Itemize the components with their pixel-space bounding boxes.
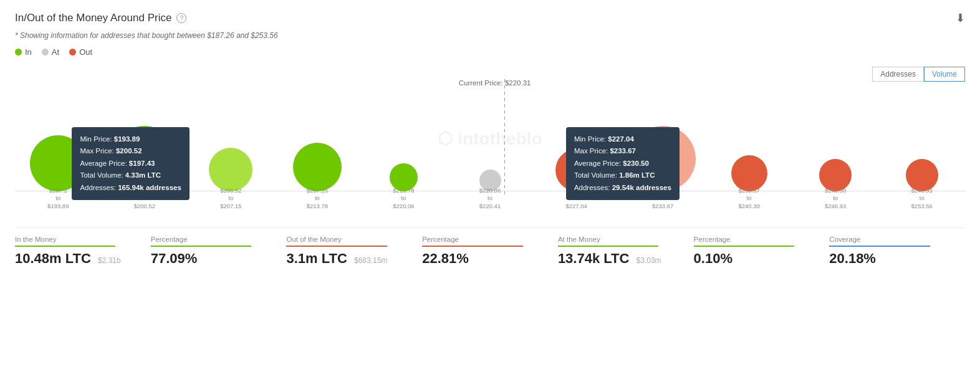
axis-9: $240.30to$246.93 xyxy=(792,187,879,210)
stat-at-pct-divider xyxy=(694,246,794,247)
stat-in-value: 10.48m LTC $2.31b xyxy=(15,251,141,267)
axis-0: $187.2to$193.89 xyxy=(15,187,102,210)
stat-in-sub: $2.31b xyxy=(98,256,121,265)
stat-out-pct-value: 22.81% xyxy=(422,251,548,267)
axis-labels: $187.2to$193.89 $193.89to$200.52 $200.52… xyxy=(15,187,965,210)
axis-8: $233.67to$240.30 xyxy=(706,187,792,210)
stat-at-pct-value: 0.10% xyxy=(694,251,820,267)
header: In/Out of the Money Around Price ? ⬇ xyxy=(15,11,965,25)
chart-area: Addresses Volume Current Price: $220.31 … xyxy=(15,67,965,210)
stat-at-divider xyxy=(558,246,658,247)
bubble-col-3 xyxy=(274,79,361,191)
stat-at-sub: $3.03m xyxy=(637,256,661,265)
stat-out-pct: Percentage 22.81% xyxy=(422,236,558,267)
bubble-7 xyxy=(630,126,696,191)
legend-in: In xyxy=(15,47,32,57)
title-text: In/Out of the Money Around Price xyxy=(15,12,171,24)
stat-in-label: In the Money xyxy=(15,236,141,243)
bubble-col-8 xyxy=(706,79,792,191)
bubble-0 xyxy=(30,135,86,191)
stat-in-divider xyxy=(15,246,115,247)
bubble-col-10 xyxy=(878,79,965,191)
page-container: In/Out of the Money Around Price ? ⬇ * S… xyxy=(0,0,980,278)
bubble-6 xyxy=(555,149,598,191)
legend: In At Out xyxy=(15,47,965,57)
stat-out-pct-divider xyxy=(422,246,522,247)
stat-out-sub: $683.15m xyxy=(354,256,387,265)
stat-out-the-money: Out of the Money 3.1m LTC $683.15m xyxy=(286,236,422,267)
axis-1: $193.89to$200.52 xyxy=(102,187,188,210)
stat-in-pct-divider xyxy=(151,246,251,247)
stat-in-the-money: In the Money 10.48m LTC $2.31b xyxy=(15,236,151,267)
bubble-col-2 xyxy=(188,79,274,191)
stat-in-pct: Percentage 77.09% xyxy=(151,236,287,267)
in-dot xyxy=(15,49,22,55)
bubble-1 xyxy=(112,126,177,191)
out-dot xyxy=(69,49,76,55)
stat-coverage-value: 20.18% xyxy=(829,251,955,267)
stat-at-pct: Percentage 0.10% xyxy=(694,236,830,267)
stat-coverage: Coverage 20.18% xyxy=(829,236,965,267)
bubble-col-9 xyxy=(792,79,879,191)
axis-4: $213.78to$220.06 xyxy=(360,187,447,210)
bubble-col-6 xyxy=(533,79,620,191)
bubble-3 xyxy=(293,143,342,191)
legend-in-label: In xyxy=(25,47,32,57)
download-icon[interactable]: ⬇ xyxy=(956,11,965,25)
bubble-col-0 xyxy=(15,79,102,191)
help-icon[interactable]: ? xyxy=(176,13,186,23)
at-dot xyxy=(42,49,49,55)
axis-3: $207.15to$213.78 xyxy=(274,187,361,210)
legend-out: Out xyxy=(69,47,92,57)
stat-coverage-label: Coverage xyxy=(829,236,955,243)
bubble-2 xyxy=(209,148,252,191)
stat-out-divider xyxy=(286,246,387,247)
axis-6: $220.4to$227.04 xyxy=(533,187,620,210)
bubble-col-1 xyxy=(102,79,188,191)
bubble-col-7 xyxy=(620,79,706,191)
stat-out-value: 3.1m LTC $683.15m xyxy=(286,251,412,267)
axis-2: $200.52to$207.15 xyxy=(188,187,274,210)
subtitle: * Showing information for addresses that… xyxy=(15,31,965,40)
axis-5: $220.06to$220.41 xyxy=(447,187,534,210)
stat-out-label: Out of the Money xyxy=(286,236,412,243)
bubbles-container xyxy=(15,79,965,191)
stat-in-pct-value: 77.09% xyxy=(151,251,277,267)
page-title: In/Out of the Money Around Price ? xyxy=(15,12,186,24)
stat-at-the-money: At the Money 13.74k LTC $3.03m xyxy=(558,236,694,267)
stat-at-value: 13.74k LTC $3.03m xyxy=(558,251,684,267)
legend-at-label: At xyxy=(52,47,59,57)
legend-at: At xyxy=(42,47,59,57)
axis-7: $227.04to$233.67 xyxy=(620,187,706,210)
bubble-col-4 xyxy=(360,79,447,191)
stat-at-pct-label: Percentage xyxy=(694,236,820,243)
stat-out-pct-label: Percentage xyxy=(422,236,548,243)
stat-coverage-divider xyxy=(829,246,930,247)
stat-in-pct-label: Percentage xyxy=(151,236,277,243)
axis-10: $246.93to$253.56 xyxy=(878,187,965,210)
legend-out-label: Out xyxy=(79,47,92,57)
stat-at-label: At the Money xyxy=(558,236,684,243)
bubble-col-5 xyxy=(447,79,534,191)
bubble-8 xyxy=(731,155,767,191)
stats-row: In the Money 10.48m LTC $2.31b Percentag… xyxy=(15,227,965,267)
